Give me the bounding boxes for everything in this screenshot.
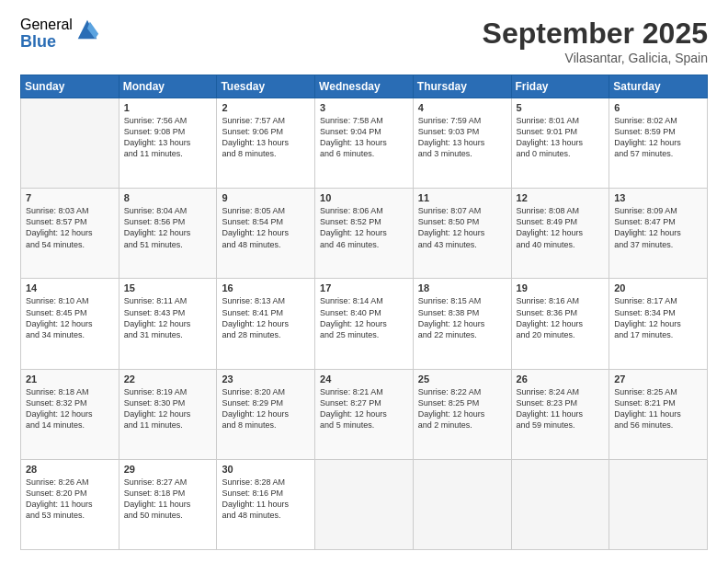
cell-text: Sunrise: 7:58 AM Sunset: 9:04 PM Dayligh…	[320, 115, 408, 160]
day-number: 17	[320, 282, 408, 293]
calendar-cell: 23Sunrise: 8:20 AM Sunset: 8:29 PM Dayli…	[217, 369, 315, 459]
calendar-cell: 16Sunrise: 8:13 AM Sunset: 8:41 PM Dayli…	[217, 279, 315, 369]
calendar-cell	[21, 98, 119, 189]
calendar-cell: 24Sunrise: 8:21 AM Sunset: 8:27 PM Dayli…	[315, 369, 414, 459]
cell-text: Sunrise: 8:02 AM Sunset: 8:59 PM Dayligh…	[614, 115, 702, 160]
day-number: 15	[124, 282, 212, 293]
day-number: 6	[614, 102, 702, 113]
cell-text: Sunrise: 8:20 AM Sunset: 8:29 PM Dayligh…	[222, 386, 310, 431]
calendar-week-row: 1Sunrise: 7:56 AM Sunset: 9:08 PM Daylig…	[21, 98, 708, 189]
cell-text: Sunrise: 8:19 AM Sunset: 8:30 PM Dayligh…	[124, 386, 212, 431]
day-number: 3	[320, 102, 408, 113]
cell-text: Sunrise: 8:09 AM Sunset: 8:47 PM Dayligh…	[614, 205, 702, 250]
day-number: 9	[222, 192, 310, 203]
day-number: 25	[418, 373, 506, 385]
cell-text: Sunrise: 8:04 AM Sunset: 8:56 PM Dayligh…	[124, 205, 212, 250]
weekday-header-monday: Monday	[119, 75, 217, 98]
title-block: September 2025 Vilasantar, Galicia, Spai…	[483, 17, 708, 65]
calendar-cell: 25Sunrise: 8:22 AM Sunset: 8:25 PM Dayli…	[413, 369, 511, 459]
logo-general: General	[20, 17, 73, 33]
header: General Blue September 2025 Vilasantar, …	[20, 17, 708, 65]
calendar-cell	[413, 459, 511, 549]
weekday-header-wednesday: Wednesday	[315, 75, 414, 98]
calendar-subtitle: Vilasantar, Galicia, Spain	[483, 51, 708, 65]
cell-text: Sunrise: 8:08 AM Sunset: 8:49 PM Dayligh…	[517, 205, 605, 250]
weekday-header-sunday: Sunday	[21, 75, 119, 98]
day-number: 19	[517, 282, 605, 293]
weekday-header-friday: Friday	[511, 75, 609, 98]
day-number: 23	[222, 373, 310, 385]
day-number: 26	[517, 373, 605, 385]
calendar-cell: 19Sunrise: 8:16 AM Sunset: 8:36 PM Dayli…	[511, 279, 609, 369]
cell-text: Sunrise: 8:25 AM Sunset: 8:21 PM Dayligh…	[614, 386, 702, 431]
calendar-cell: 26Sunrise: 8:24 AM Sunset: 8:23 PM Dayli…	[511, 369, 609, 459]
calendar-cell: 6Sunrise: 8:02 AM Sunset: 8:59 PM Daylig…	[609, 98, 708, 189]
day-number: 28	[26, 464, 114, 475]
cell-text: Sunrise: 8:15 AM Sunset: 8:38 PM Dayligh…	[418, 295, 506, 340]
calendar-cell: 4Sunrise: 7:59 AM Sunset: 9:03 PM Daylig…	[413, 98, 511, 189]
calendar-cell	[315, 459, 414, 549]
cell-text: Sunrise: 8:01 AM Sunset: 9:01 PM Dayligh…	[517, 115, 605, 160]
calendar-table: SundayMondayTuesdayWednesdayThursdayFrid…	[20, 75, 708, 550]
calendar-cell: 12Sunrise: 8:08 AM Sunset: 8:49 PM Dayli…	[511, 189, 609, 279]
cell-text: Sunrise: 8:06 AM Sunset: 8:52 PM Dayligh…	[320, 205, 408, 250]
calendar-week-row: 28Sunrise: 8:26 AM Sunset: 8:20 PM Dayli…	[21, 459, 708, 549]
calendar-cell: 3Sunrise: 7:58 AM Sunset: 9:04 PM Daylig…	[315, 98, 414, 189]
day-number: 5	[517, 102, 605, 113]
calendar-cell: 9Sunrise: 8:05 AM Sunset: 8:54 PM Daylig…	[217, 189, 315, 279]
day-number: 27	[614, 373, 702, 385]
calendar-cell: 17Sunrise: 8:14 AM Sunset: 8:40 PM Dayli…	[315, 279, 414, 369]
calendar-title: September 2025	[483, 17, 708, 51]
day-number: 14	[26, 282, 114, 293]
cell-text: Sunrise: 7:59 AM Sunset: 9:03 PM Dayligh…	[418, 115, 506, 160]
cell-text: Sunrise: 7:57 AM Sunset: 9:06 PM Dayligh…	[222, 115, 310, 160]
calendar-cell	[511, 459, 609, 549]
calendar-cell: 28Sunrise: 8:26 AM Sunset: 8:20 PM Dayli…	[21, 459, 119, 549]
cell-text: Sunrise: 8:26 AM Sunset: 8:20 PM Dayligh…	[26, 477, 114, 522]
day-number: 12	[517, 192, 605, 203]
calendar-cell: 5Sunrise: 8:01 AM Sunset: 9:01 PM Daylig…	[511, 98, 609, 189]
logo-text: General Blue	[20, 17, 73, 51]
cell-text: Sunrise: 8:13 AM Sunset: 8:41 PM Dayligh…	[222, 295, 310, 340]
calendar-cell	[609, 459, 708, 549]
calendar-cell: 15Sunrise: 8:11 AM Sunset: 8:43 PM Dayli…	[119, 279, 217, 369]
calendar-week-row: 7Sunrise: 8:03 AM Sunset: 8:57 PM Daylig…	[21, 189, 708, 279]
calendar-cell: 21Sunrise: 8:18 AM Sunset: 8:32 PM Dayli…	[21, 369, 119, 459]
cell-text: Sunrise: 8:21 AM Sunset: 8:27 PM Dayligh…	[320, 386, 408, 431]
day-number: 22	[124, 373, 212, 385]
calendar-cell: 8Sunrise: 8:04 AM Sunset: 8:56 PM Daylig…	[119, 189, 217, 279]
cell-text: Sunrise: 7:56 AM Sunset: 9:08 PM Dayligh…	[124, 115, 212, 160]
day-number: 11	[418, 192, 506, 203]
day-number: 8	[124, 192, 212, 203]
calendar-cell: 10Sunrise: 8:06 AM Sunset: 8:52 PM Dayli…	[315, 189, 414, 279]
day-number: 16	[222, 282, 310, 293]
cell-text: Sunrise: 8:14 AM Sunset: 8:40 PM Dayligh…	[320, 295, 408, 340]
calendar-cell: 27Sunrise: 8:25 AM Sunset: 8:21 PM Dayli…	[609, 369, 708, 459]
day-number: 29	[124, 464, 212, 475]
calendar-cell: 30Sunrise: 8:28 AM Sunset: 8:16 PM Dayli…	[217, 459, 315, 549]
calendar-cell: 22Sunrise: 8:19 AM Sunset: 8:30 PM Dayli…	[119, 369, 217, 459]
weekday-header-tuesday: Tuesday	[217, 75, 315, 98]
day-number: 20	[614, 282, 702, 293]
day-number: 1	[124, 102, 212, 113]
calendar-week-row: 14Sunrise: 8:10 AM Sunset: 8:45 PM Dayli…	[21, 279, 708, 369]
calendar-cell: 29Sunrise: 8:27 AM Sunset: 8:18 PM Dayli…	[119, 459, 217, 549]
weekday-header-row: SundayMondayTuesdayWednesdayThursdayFrid…	[21, 75, 708, 98]
day-number: 24	[320, 373, 408, 385]
cell-text: Sunrise: 8:22 AM Sunset: 8:25 PM Dayligh…	[418, 386, 506, 431]
cell-text: Sunrise: 8:10 AM Sunset: 8:45 PM Dayligh…	[26, 295, 114, 340]
calendar-cell: 2Sunrise: 7:57 AM Sunset: 9:06 PM Daylig…	[217, 98, 315, 189]
logo-blue: Blue	[20, 33, 73, 52]
logo: General Blue	[20, 17, 100, 51]
calendar-cell: 1Sunrise: 7:56 AM Sunset: 9:08 PM Daylig…	[119, 98, 217, 189]
day-number: 18	[418, 282, 506, 293]
logo-icon	[74, 17, 100, 42]
cell-text: Sunrise: 8:16 AM Sunset: 8:36 PM Dayligh…	[517, 295, 605, 340]
calendar-cell: 20Sunrise: 8:17 AM Sunset: 8:34 PM Dayli…	[609, 279, 708, 369]
calendar-week-row: 21Sunrise: 8:18 AM Sunset: 8:32 PM Dayli…	[21, 369, 708, 459]
calendar-cell: 11Sunrise: 8:07 AM Sunset: 8:50 PM Dayli…	[413, 189, 511, 279]
cell-text: Sunrise: 8:11 AM Sunset: 8:43 PM Dayligh…	[124, 295, 212, 340]
cell-text: Sunrise: 8:28 AM Sunset: 8:16 PM Dayligh…	[222, 477, 310, 522]
weekday-header-thursday: Thursday	[413, 75, 511, 98]
day-number: 30	[222, 464, 310, 475]
